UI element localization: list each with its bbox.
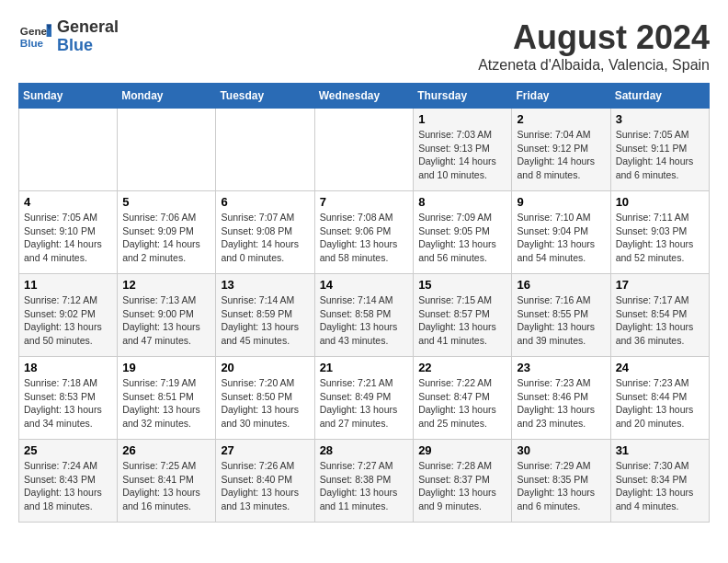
day-info: Sunrise: 7:15 AMSunset: 8:57 PMDaylight:… <box>418 293 506 348</box>
day-info: Sunrise: 7:18 AMSunset: 8:53 PMDaylight:… <box>24 376 112 431</box>
calendar-week-row: 11Sunrise: 7:12 AMSunset: 9:02 PMDayligh… <box>19 274 710 357</box>
calendar-cell: 3Sunrise: 7:05 AMSunset: 9:11 PMDaylight… <box>610 109 709 191</box>
day-number: 9 <box>517 195 605 209</box>
calendar-cell: 24Sunrise: 7:23 AMSunset: 8:44 PMDayligh… <box>610 357 709 440</box>
calendar-cell: 17Sunrise: 7:17 AMSunset: 8:54 PMDayligh… <box>610 274 709 357</box>
day-number: 26 <box>122 443 210 457</box>
header-saturday: Saturday <box>610 84 709 109</box>
day-info: Sunrise: 7:11 AMSunset: 9:03 PMDaylight:… <box>616 211 704 265</box>
day-info: Sunrise: 7:22 AMSunset: 8:47 PMDaylight:… <box>418 376 506 431</box>
day-number: 14 <box>320 278 409 292</box>
calendar-cell <box>314 109 414 191</box>
day-number: 19 <box>122 361 210 374</box>
day-number: 4 <box>24 195 112 209</box>
day-info: Sunrise: 7:12 AMSunset: 9:02 PMDaylight:… <box>24 293 112 348</box>
day-number: 20 <box>221 361 309 374</box>
calendar-cell: 20Sunrise: 7:20 AMSunset: 8:50 PMDayligh… <box>216 357 314 440</box>
day-number: 7 <box>320 195 409 209</box>
day-number: 18 <box>24 361 112 374</box>
day-info: Sunrise: 7:23 AMSunset: 8:46 PMDaylight:… <box>517 376 605 431</box>
day-info: Sunrise: 7:04 AMSunset: 9:12 PMDaylight:… <box>517 128 605 182</box>
title-block: August 2024 Atzeneta d'Albaida, Valencia… <box>478 18 710 74</box>
day-number: 25 <box>24 443 112 457</box>
day-number: 24 <box>616 361 704 374</box>
header-friday: Friday <box>512 84 610 109</box>
day-number: 15 <box>418 278 506 292</box>
calendar-week-row: 18Sunrise: 7:18 AMSunset: 8:53 PMDayligh… <box>19 357 710 440</box>
day-info: Sunrise: 7:10 AMSunset: 9:04 PMDaylight:… <box>517 211 605 265</box>
day-number: 5 <box>122 195 210 209</box>
day-number: 23 <box>517 361 605 374</box>
day-info: Sunrise: 7:27 AMSunset: 8:38 PMDaylight:… <box>320 459 409 513</box>
day-info: Sunrise: 7:14 AMSunset: 8:59 PMDaylight:… <box>221 293 309 348</box>
calendar-table: SundayMondayTuesdayWednesdayThursdayFrid… <box>18 83 710 523</box>
day-info: Sunrise: 7:17 AMSunset: 8:54 PMDaylight:… <box>616 293 704 348</box>
day-info: Sunrise: 7:08 AMSunset: 9:06 PMDaylight:… <box>320 211 409 265</box>
day-info: Sunrise: 7:09 AMSunset: 9:05 PMDaylight:… <box>418 211 506 265</box>
logo-text: General Blue <box>57 18 119 55</box>
logo: General Blue General Blue <box>18 18 119 55</box>
day-number: 21 <box>320 361 409 374</box>
day-info: Sunrise: 7:13 AMSunset: 9:00 PMDaylight:… <box>122 293 210 348</box>
header-tuesday: Tuesday <box>216 84 314 109</box>
calendar-cell: 13Sunrise: 7:14 AMSunset: 8:59 PMDayligh… <box>216 274 314 357</box>
calendar-cell: 1Sunrise: 7:03 AMSunset: 9:13 PMDaylight… <box>414 109 512 191</box>
day-info: Sunrise: 7:16 AMSunset: 8:55 PMDaylight:… <box>517 293 605 348</box>
day-number: 10 <box>616 195 704 209</box>
month-title: August 2024 <box>478 18 710 57</box>
day-number: 2 <box>517 112 605 126</box>
calendar-cell: 26Sunrise: 7:25 AMSunset: 8:41 PMDayligh… <box>118 440 216 523</box>
calendar-cell: 18Sunrise: 7:18 AMSunset: 8:53 PMDayligh… <box>19 357 118 440</box>
calendar-cell: 21Sunrise: 7:21 AMSunset: 8:49 PMDayligh… <box>314 357 414 440</box>
calendar-cell: 15Sunrise: 7:15 AMSunset: 8:57 PMDayligh… <box>414 274 512 357</box>
calendar-cell: 25Sunrise: 7:24 AMSunset: 8:43 PMDayligh… <box>19 440 118 523</box>
day-info: Sunrise: 7:30 AMSunset: 8:34 PMDaylight:… <box>616 459 704 513</box>
day-info: Sunrise: 7:25 AMSunset: 8:41 PMDaylight:… <box>122 459 210 513</box>
calendar-cell: 7Sunrise: 7:08 AMSunset: 9:06 PMDaylight… <box>314 191 414 274</box>
day-info: Sunrise: 7:19 AMSunset: 8:51 PMDaylight:… <box>122 376 210 431</box>
header-thursday: Thursday <box>414 84 512 109</box>
calendar-cell: 6Sunrise: 7:07 AMSunset: 9:08 PMDaylight… <box>216 191 314 274</box>
logo-icon: General Blue <box>18 20 51 53</box>
day-number: 27 <box>221 443 309 457</box>
header-wednesday: Wednesday <box>314 84 414 109</box>
day-number: 11 <box>24 278 112 292</box>
header-sunday: Sunday <box>19 84 118 109</box>
day-number: 16 <box>517 278 605 292</box>
day-info: Sunrise: 7:03 AMSunset: 9:13 PMDaylight:… <box>418 128 506 182</box>
day-number: 13 <box>221 278 309 292</box>
day-number: 30 <box>517 443 605 457</box>
day-number: 29 <box>418 443 506 457</box>
day-info: Sunrise: 7:26 AMSunset: 8:40 PMDaylight:… <box>221 459 309 513</box>
calendar-week-row: 25Sunrise: 7:24 AMSunset: 8:43 PMDayligh… <box>19 440 710 523</box>
day-info: Sunrise: 7:24 AMSunset: 8:43 PMDaylight:… <box>24 459 112 513</box>
calendar-cell: 31Sunrise: 7:30 AMSunset: 8:34 PMDayligh… <box>610 440 709 523</box>
location: Atzeneta d'Albaida, Valencia, Spain <box>478 57 710 74</box>
calendar-cell: 12Sunrise: 7:13 AMSunset: 9:00 PMDayligh… <box>118 274 216 357</box>
calendar-cell: 8Sunrise: 7:09 AMSunset: 9:05 PMDaylight… <box>414 191 512 274</box>
calendar-cell: 30Sunrise: 7:29 AMSunset: 8:35 PMDayligh… <box>512 440 610 523</box>
calendar-cell: 9Sunrise: 7:10 AMSunset: 9:04 PMDaylight… <box>512 191 610 274</box>
day-info: Sunrise: 7:23 AMSunset: 8:44 PMDaylight:… <box>616 376 704 431</box>
day-number: 6 <box>221 195 309 209</box>
calendar-header-row: SundayMondayTuesdayWednesdayThursdayFrid… <box>19 84 710 109</box>
day-number: 3 <box>616 112 704 126</box>
day-number: 31 <box>616 443 704 457</box>
day-info: Sunrise: 7:05 AMSunset: 9:11 PMDaylight:… <box>616 128 704 182</box>
calendar-cell: 27Sunrise: 7:26 AMSunset: 8:40 PMDayligh… <box>216 440 314 523</box>
calendar-cell: 14Sunrise: 7:14 AMSunset: 8:58 PMDayligh… <box>314 274 414 357</box>
day-info: Sunrise: 7:20 AMSunset: 8:50 PMDaylight:… <box>221 376 309 431</box>
calendar-cell: 16Sunrise: 7:16 AMSunset: 8:55 PMDayligh… <box>512 274 610 357</box>
calendar-cell: 4Sunrise: 7:05 AMSunset: 9:10 PMDaylight… <box>19 191 118 274</box>
calendar-cell: 2Sunrise: 7:04 AMSunset: 9:12 PMDaylight… <box>512 109 610 191</box>
day-info: Sunrise: 7:28 AMSunset: 8:37 PMDaylight:… <box>418 459 506 513</box>
day-number: 28 <box>320 443 409 457</box>
calendar-cell: 10Sunrise: 7:11 AMSunset: 9:03 PMDayligh… <box>610 191 709 274</box>
calendar-cell <box>216 109 314 191</box>
calendar-cell: 5Sunrise: 7:06 AMSunset: 9:09 PMDaylight… <box>118 191 216 274</box>
calendar-cell: 29Sunrise: 7:28 AMSunset: 8:37 PMDayligh… <box>414 440 512 523</box>
calendar-cell: 23Sunrise: 7:23 AMSunset: 8:46 PMDayligh… <box>512 357 610 440</box>
svg-text:Blue: Blue <box>20 37 44 49</box>
calendar-cell: 22Sunrise: 7:22 AMSunset: 8:47 PMDayligh… <box>414 357 512 440</box>
day-info: Sunrise: 7:05 AMSunset: 9:10 PMDaylight:… <box>24 211 112 265</box>
